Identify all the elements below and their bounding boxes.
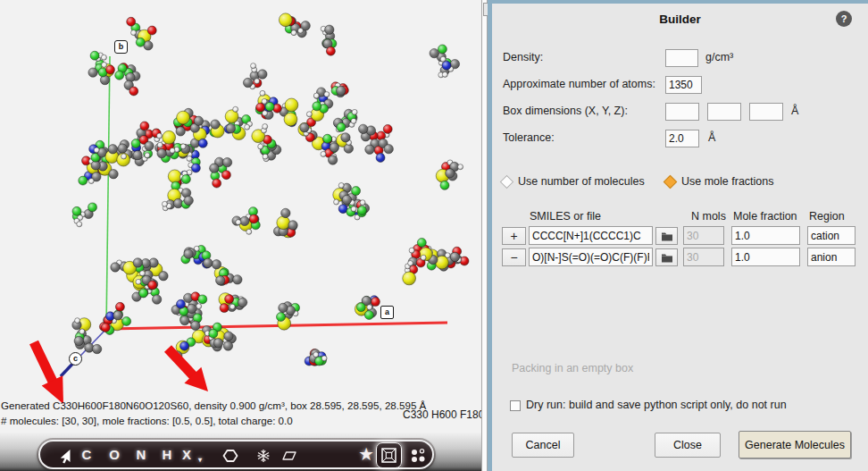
atom[interactable] xyxy=(121,154,127,159)
atom[interactable] xyxy=(284,113,297,126)
atom[interactable] xyxy=(417,238,426,247)
periodic-box-tool-selected[interactable] xyxy=(376,442,402,468)
atom[interactable] xyxy=(328,156,337,164)
radio-number-of-molecules[interactable] xyxy=(500,175,514,189)
atom[interactable] xyxy=(209,329,218,338)
atom[interactable] xyxy=(325,25,334,34)
atom[interactable] xyxy=(179,341,188,350)
atom[interactable] xyxy=(152,295,161,304)
atom[interactable] xyxy=(306,112,312,117)
atom[interactable] xyxy=(118,144,127,153)
atom[interactable] xyxy=(77,222,82,227)
atom[interactable] xyxy=(159,272,168,281)
atom[interactable] xyxy=(184,249,193,258)
atom[interactable] xyxy=(321,356,327,361)
atom[interactable] xyxy=(131,30,137,36)
panel-splitter[interactable] xyxy=(481,0,488,471)
atom[interactable] xyxy=(213,338,222,347)
nmols-input-row1[interactable] xyxy=(683,226,724,245)
box-y-input[interactable] xyxy=(707,103,741,121)
atom[interactable] xyxy=(133,150,142,159)
atom[interactable] xyxy=(127,17,136,26)
browse-file-button-row2[interactable] xyxy=(655,248,678,266)
atom[interactable] xyxy=(222,157,231,166)
atom[interactable] xyxy=(313,93,319,98)
atom[interactable] xyxy=(288,221,297,230)
atom[interactable] xyxy=(233,275,242,284)
box-x-input[interactable] xyxy=(665,103,699,121)
oxygen-tool[interactable]: O xyxy=(104,442,125,467)
atom[interactable] xyxy=(230,304,235,309)
density-input[interactable] xyxy=(665,49,698,67)
atom[interactable] xyxy=(129,87,138,96)
cursor-tool-icon[interactable] xyxy=(54,442,76,467)
atom[interactable] xyxy=(403,272,416,285)
region-input-row2[interactable] xyxy=(807,248,855,266)
atom[interactable] xyxy=(233,106,238,112)
atom[interactable] xyxy=(251,63,256,69)
atom[interactable] xyxy=(176,127,185,136)
atom[interactable] xyxy=(249,214,258,223)
atom[interactable] xyxy=(156,133,162,139)
atom[interactable] xyxy=(277,313,286,322)
atom[interactable] xyxy=(446,169,455,178)
atom[interactable] xyxy=(122,316,131,325)
atom[interactable] xyxy=(263,111,268,116)
molecule-render[interactable] xyxy=(0,0,481,433)
atom[interactable] xyxy=(356,303,365,312)
atom[interactable] xyxy=(177,111,190,124)
atom[interactable] xyxy=(245,124,250,130)
atom[interactable] xyxy=(168,170,181,183)
atom[interactable] xyxy=(180,144,186,149)
radio-mole-fractions[interactable] xyxy=(664,175,678,189)
atom[interactable] xyxy=(102,63,107,68)
atom[interactable] xyxy=(79,176,88,185)
atom[interactable] xyxy=(115,302,124,311)
atom[interactable] xyxy=(101,55,106,60)
atom[interactable] xyxy=(157,142,163,147)
atom[interactable] xyxy=(298,28,304,33)
atom[interactable] xyxy=(351,118,356,123)
atom[interactable] xyxy=(352,109,357,114)
mole-fraction-input-row1[interactable] xyxy=(731,226,800,245)
atom[interactable] xyxy=(88,203,97,212)
atom[interactable] xyxy=(194,116,203,125)
atom[interactable] xyxy=(145,153,150,158)
atom[interactable] xyxy=(367,305,372,310)
atom[interactable] xyxy=(191,164,200,172)
atom[interactable] xyxy=(438,45,447,54)
nitrogen-tool[interactable]: N xyxy=(130,442,152,467)
atom[interactable] xyxy=(338,182,344,188)
atom[interactable] xyxy=(236,220,241,225)
atom[interactable] xyxy=(176,299,185,308)
atom[interactable] xyxy=(442,61,451,70)
atom[interactable] xyxy=(383,124,392,133)
atom[interactable] xyxy=(364,311,373,320)
atom[interactable] xyxy=(191,321,200,330)
atom[interactable] xyxy=(263,124,268,130)
atom[interactable] xyxy=(224,332,233,341)
browse-file-button-row1[interactable] xyxy=(655,227,678,245)
atom[interactable] xyxy=(212,260,221,269)
atom[interactable] xyxy=(281,208,290,217)
atom[interactable] xyxy=(148,281,157,290)
atom[interactable] xyxy=(279,13,292,27)
atom[interactable] xyxy=(105,65,114,74)
atom[interactable] xyxy=(88,68,97,77)
atom[interactable] xyxy=(342,195,351,204)
atom[interactable] xyxy=(324,92,330,97)
atom[interactable] xyxy=(181,174,190,183)
atom[interactable] xyxy=(351,206,356,212)
smiles-input-row2[interactable] xyxy=(529,248,653,266)
atom[interactable] xyxy=(198,139,207,147)
atom[interactable] xyxy=(157,148,166,157)
atom[interactable] xyxy=(337,122,346,131)
atom[interactable] xyxy=(108,145,117,154)
atom[interactable] xyxy=(136,38,145,46)
atom[interactable] xyxy=(115,71,124,80)
atom[interactable] xyxy=(220,304,229,313)
atom[interactable] xyxy=(330,143,338,152)
atom[interactable] xyxy=(139,289,148,298)
atom[interactable] xyxy=(147,26,156,35)
atom[interactable] xyxy=(145,141,154,150)
